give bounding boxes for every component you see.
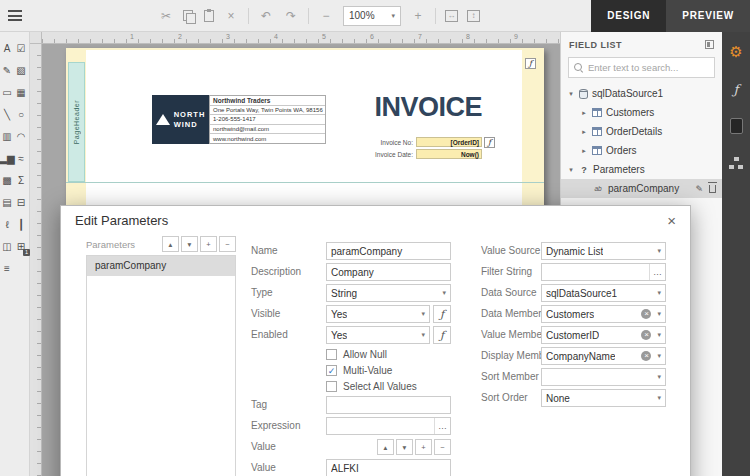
expression-fx-button[interactable]: ƒ: [433, 305, 451, 323]
expression-fx-button[interactable]: ƒ: [433, 326, 451, 344]
tree-node-Orders[interactable]: ▸Orders: [561, 141, 722, 160]
invoice-date-label[interactable]: Invoice Date:: [360, 149, 416, 159]
chevron-right-icon[interactable]: ▸: [580, 147, 588, 155]
summary-tool-icon[interactable]: Σ: [14, 170, 28, 192]
invoice-title-label[interactable]: INVOICE: [374, 92, 482, 123]
value-source-select[interactable]: Dynamic List▾: [541, 242, 666, 260]
zoom-in-icon[interactable]: +: [410, 8, 426, 24]
value-remove-button[interactable]: −: [434, 439, 451, 455]
dock-panel-icon[interactable]: [705, 40, 714, 49]
sort-order-select[interactable]: None▾: [541, 389, 666, 407]
type-select[interactable]: String▾: [326, 284, 451, 302]
parameter-remove-button[interactable]: −: [219, 236, 236, 252]
cut-icon[interactable]: ✂: [158, 8, 174, 24]
multi-value-checkbox[interactable]: ✓Multi-Value: [326, 363, 392, 377]
ellipsis-button[interactable]: …: [434, 418, 450, 434]
value-move-up-button[interactable]: ▴: [377, 439, 394, 455]
chevron-right-icon[interactable]: ▸: [580, 128, 588, 136]
crossband-line-tool-icon[interactable]: ┃: [14, 214, 28, 236]
parameter-list-item[interactable]: paramCompany: [87, 256, 235, 276]
copy-icon[interactable]: [183, 10, 195, 22]
tree-node-paramCompany[interactable]: abparamCompany✎: [561, 179, 722, 198]
visible-select[interactable]: Yes▾: [326, 305, 430, 323]
invoice-no-label[interactable]: Invoice No:: [360, 137, 416, 147]
page-header-band[interactable]: PageHeader: [68, 62, 85, 182]
shape-tool-icon[interactable]: ○: [14, 104, 28, 126]
clear-icon[interactable]: ×: [641, 351, 651, 361]
fit-to-width-icon[interactable]: ↔: [445, 10, 458, 22]
ellipsis-button[interactable]: …: [649, 264, 665, 280]
company-name[interactable]: Northwind Traders: [210, 96, 325, 106]
fit-to-page-icon[interactable]: ↕: [467, 10, 480, 22]
select-all-values-checkbox[interactable]: Select All Values: [326, 379, 417, 393]
undo-icon[interactable]: ↶: [258, 8, 274, 24]
display-member-select[interactable]: CompanyName×▾: [541, 347, 666, 365]
crossband-box-tool-icon[interactable]: ◫: [0, 236, 14, 258]
filter-string-input[interactable]: [542, 267, 649, 278]
tree-node-Parameters[interactable]: ▾?Parameters: [561, 160, 722, 179]
zoom-out-icon[interactable]: −: [318, 8, 334, 24]
value-input[interactable]: [326, 459, 451, 476]
value-move-down-button[interactable]: ▾: [396, 439, 413, 455]
expressions-fx-icon[interactable]: ƒ: [722, 77, 750, 101]
preview-tab[interactable]: PREVIEW: [666, 0, 750, 32]
company-phone[interactable]: 1-206-555-1417: [210, 115, 325, 125]
field-list-rail-icon[interactable]: [722, 114, 750, 138]
enabled-select[interactable]: Yes▾: [326, 326, 430, 344]
menu-icon[interactable]: [0, 0, 30, 32]
subreport-tool-icon[interactable]: ⊞1: [14, 236, 28, 258]
properties-gear-icon[interactable]: ⚙: [722, 40, 750, 64]
edit-parameter-icon[interactable]: ✎: [695, 184, 703, 194]
company-website[interactable]: www.northwind.com: [210, 134, 325, 143]
page-smart-tag-icon[interactable]: ƒ: [525, 58, 536, 69]
delete-icon[interactable]: ×: [223, 8, 239, 24]
tree-node-Customers[interactable]: ▸Customers: [561, 103, 722, 122]
clear-icon[interactable]: ×: [641, 309, 651, 319]
delete-parameter-icon[interactable]: [709, 185, 716, 193]
paste-icon[interactable]: [204, 10, 214, 22]
chart-tool-icon[interactable]: ▂▆: [0, 148, 14, 170]
data-source-select[interactable]: sqlDataSource1▾: [541, 284, 666, 302]
sparkline-tool-icon[interactable]: ≈: [14, 148, 28, 170]
chevron-down-icon[interactable]: ▾: [567, 166, 575, 174]
gauge-tool-icon[interactable]: ◠: [14, 126, 28, 148]
ink-tool-icon[interactable]: ℓ: [0, 214, 14, 236]
description-input[interactable]: [326, 263, 451, 281]
tree-node-sqlDataSource1[interactable]: ▾sqlDataSource1: [561, 84, 722, 103]
table-tool-icon[interactable]: ▦: [14, 82, 28, 104]
allow-null-checkbox[interactable]: Allow Null: [326, 347, 387, 361]
chevron-right-icon[interactable]: ▸: [580, 109, 588, 117]
tag-input[interactable]: [326, 396, 451, 414]
chevron-down-icon[interactable]: ▾: [567, 90, 575, 98]
zoom-select[interactable]: 100%▾: [343, 6, 401, 26]
pagebreak-tool-icon[interactable]: ⊟: [14, 192, 28, 214]
parameter-move-up-button[interactable]: ▴: [162, 236, 179, 252]
expression-smart-tag-icon[interactable]: ƒ: [484, 137, 495, 148]
name-input[interactable]: [326, 242, 451, 260]
value-add-button[interactable]: +: [415, 439, 432, 455]
tree-node-OrderDetails[interactable]: ▸OrderDetails: [561, 122, 722, 141]
design-tab[interactable]: DESIGN: [591, 0, 666, 32]
sort-member-select[interactable]: ▾: [541, 368, 666, 386]
search-input[interactable]: [588, 62, 709, 73]
report-explorer-icon[interactable]: [722, 151, 750, 175]
richtext-tool-icon[interactable]: ✎: [0, 60, 14, 82]
toc-tool-icon[interactable]: ≡: [0, 258, 14, 280]
line-tool-icon[interactable]: ╲: [0, 104, 14, 126]
parameter-add-button[interactable]: +: [200, 236, 217, 252]
redo-icon[interactable]: ↷: [283, 8, 299, 24]
picturebox-tool-icon[interactable]: ▧: [14, 60, 28, 82]
label-tool-icon[interactable]: A: [0, 38, 14, 60]
invoice-date-field[interactable]: Now(): [416, 149, 482, 159]
data-member-select[interactable]: Customers×▾: [541, 305, 666, 323]
barcode-tool-icon[interactable]: ▥: [0, 126, 14, 148]
pivotgrid-tool-icon[interactable]: ▩: [0, 170, 14, 192]
pageinfo-tool-icon[interactable]: ▤: [0, 192, 14, 214]
expression-input[interactable]: [327, 421, 434, 432]
company-logo[interactable]: NORTH WIND: [152, 95, 209, 144]
close-icon[interactable]: ×: [667, 213, 676, 228]
company-info-table[interactable]: Northwind Traders One Portals Way, Twin …: [209, 95, 326, 144]
parameter-move-down-button[interactable]: ▾: [181, 236, 198, 252]
panel-tool-icon[interactable]: ▭: [0, 82, 14, 104]
checkbox-tool-icon[interactable]: ☑: [14, 38, 28, 60]
